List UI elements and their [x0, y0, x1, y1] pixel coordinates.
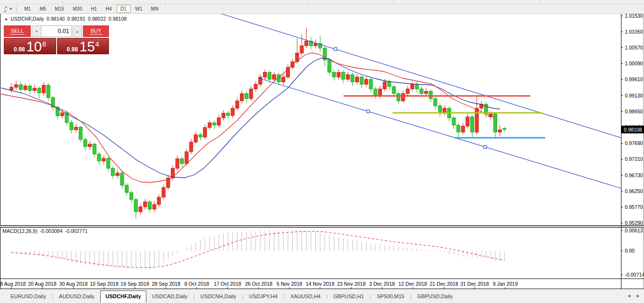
svg-text:0.96730: 0.96730 — [625, 172, 643, 178]
sell-price-display[interactable]: 0.98 10 8 — [4, 38, 56, 54]
tab-scroll-left-icon[interactable]: ◄ — [627, 293, 631, 298]
svg-text:0.96250: 0.96250 — [625, 188, 643, 194]
svg-text:8 Oct 2018: 8 Oct 2018 — [184, 281, 209, 287]
svg-text:19 Sep 2018: 19 Sep 2018 — [120, 281, 149, 287]
chart-tab-xauusd-h4[interactable]: XAUUSD,H4 — [285, 291, 326, 302]
toolbar-separator — [307, 0, 308, 3]
volume-input[interactable] — [41, 25, 72, 37]
timeframe-button-m30[interactable]: M30 — [69, 5, 86, 13]
chart-title: ▲ USDCHF,Daily 0.98140 0.98191 0.98022 0… — [4, 16, 127, 22]
chart-tab-gbpusd-h1[interactable]: GBPUSD,H1 — [328, 291, 370, 302]
sell-button[interactable]: SELL — [4, 25, 31, 37]
svg-text:9 Jan 2019: 9 Jan 2019 — [493, 281, 518, 287]
buy-price-display[interactable]: 0.98 15 4 — [57, 38, 109, 54]
current-price-tag: 0.98108 — [621, 126, 644, 133]
buy-price-prefix: 0.98 — [67, 46, 78, 53]
svg-text:-0.007142: -0.007142 — [625, 272, 644, 278]
ohlc-low: 0.98022 — [88, 16, 106, 22]
toolbar-separator — [539, 0, 540, 3]
timeframe-button-d1[interactable]: D1 — [117, 5, 131, 13]
chart-tab-audusd-daily[interactable]: AUDUSD,Daily — [53, 291, 100, 302]
chart-tab-usdcnh-daily[interactable]: USDCNH,Daily — [195, 291, 242, 302]
svg-text:21 Dec 2018: 21 Dec 2018 — [429, 281, 458, 287]
svg-text:0.00: 0.00 — [625, 248, 635, 254]
svg-text:14 Nov 2018: 14 Nov 2018 — [306, 281, 334, 287]
macd-indicator-label: MACD(12,26,9) -0.003084 -0.002771 — [2, 228, 88, 234]
timeframe-button-w1[interactable]: W1 — [131, 5, 146, 13]
toolbar-separator — [394, 0, 394, 3]
svg-text:0.95770: 0.95770 — [625, 204, 643, 210]
svg-text:26 Oct 2018: 26 Oct 2018 — [245, 281, 272, 287]
ohlc-close: 0.98108 — [108, 16, 127, 22]
svg-text:0.99610: 0.99610 — [625, 76, 643, 82]
chevron-down-icon[interactable]: ▼ — [9, 7, 13, 11]
timeframe-button-m1[interactable]: M1 — [20, 5, 35, 13]
chart-tab-sp500-m15[interactable]: SP500,M15 — [371, 291, 410, 302]
svg-text:5 Nov 2018: 5 Nov 2018 — [276, 281, 302, 287]
sell-price-prefix: 0.98 — [14, 46, 25, 53]
macd-value-2: -0.002771 — [65, 228, 87, 234]
timeframe-button-m5[interactable]: M5 — [36, 5, 50, 13]
svg-text:0.98108: 0.98108 — [624, 127, 642, 133]
svg-text:31 Dec 2018: 31 Dec 2018 — [460, 281, 489, 287]
ohlc-high: 0.98191 — [67, 16, 85, 22]
svg-text:0.98650: 0.98650 — [625, 109, 643, 114]
svg-text:1.00090: 1.00090 — [625, 61, 643, 66]
svg-text:23 Nov 2018: 23 Nov 2018 — [337, 281, 366, 287]
volume-decrease-button[interactable]: ▼ — [32, 25, 41, 37]
ohlc-open: 0.98140 — [47, 16, 65, 22]
svg-text:1.00570: 1.00570 — [625, 45, 643, 50]
svg-text:3 Dec 2018: 3 Dec 2018 — [369, 281, 395, 287]
collapse-arrow-icon[interactable]: ▲ — [4, 17, 8, 21]
chart-tab-usdchf-daily[interactable]: USDCHF,Daily — [100, 291, 146, 303]
timeframe-button-h4[interactable]: H4 — [102, 5, 116, 13]
chart-tab-gbpusd-daily[interactable]: GBPUSD,Daily — [412, 291, 459, 302]
svg-text:0.99130: 0.99130 — [625, 93, 643, 98]
chart-tab-usdjpy-h4[interactable]: USDJPY,H4 — [243, 291, 283, 302]
macd-value-1: -0.003084 — [40, 228, 62, 234]
svg-text:0.006137: 0.006137 — [625, 228, 644, 233]
macd-name: MACD(12,26,9) — [2, 228, 37, 234]
svg-text:17 Oct 2018: 17 Oct 2018 — [214, 281, 241, 287]
volume-increase-button[interactable]: ▲ — [72, 25, 82, 37]
toolbar-grip[interactable] — [16, 6, 17, 12]
svg-text:8 Aug 2018: 8 Aug 2018 — [0, 281, 25, 287]
mt4-window: ↗ ↙ ▼ M1M5M15M30H1H4D1W1MN 1.015301.0105… — [0, 0, 644, 303]
toolbar-separator — [62, 0, 63, 3]
arrow-sw-icon: ↙ — [4, 9, 8, 12]
svg-text:12 Dec 2018: 12 Dec 2018 — [398, 281, 427, 287]
chart-tab-eurusd-daily[interactable]: EURUSD,Daily — [5, 291, 52, 302]
buy-button[interactable]: BUY — [83, 25, 109, 37]
timeframe-button-m15[interactable]: M15 — [51, 5, 68, 13]
toolbar-separator — [165, 0, 166, 3]
buy-price-pip: 4 — [95, 41, 99, 47]
chart-tab-usdcad-daily[interactable]: USDCAD,Daily — [146, 291, 193, 302]
one-click-trading-panel: SELL ▼ ▲ BUY 0.98 10 8 0.98 15 4 — [4, 25, 109, 54]
timeframe-toolbar: ↗ ↙ ▼ M1M5M15M30H1H4D1W1MN — [0, 4, 644, 14]
svg-text:1.01050: 1.01050 — [625, 29, 643, 35]
svg-text:20 Aug 2018: 20 Aug 2018 — [28, 281, 57, 287]
spinner-up-icon: ▲ — [75, 30, 79, 33]
sell-price-main: 10 — [26, 40, 42, 53]
chart-symbol-label: USDCHF,Daily — [11, 16, 44, 22]
charts-tool-icon[interactable]: ↗ ↙ — [4, 5, 8, 13]
svg-text:0.97210: 0.97210 — [625, 156, 643, 162]
timeframe-button-mn[interactable]: MN — [147, 5, 163, 13]
toolbar-separator — [474, 0, 475, 3]
sell-price-pip: 8 — [42, 41, 46, 47]
svg-text:0.95290: 0.95290 — [625, 220, 643, 226]
tab-scroll-right-icon[interactable]: ► — [636, 293, 640, 298]
svg-text:10 Sep 2018: 10 Sep 2018 — [90, 281, 119, 287]
svg-text:30 Aug 2018: 30 Aug 2018 — [60, 281, 88, 287]
svg-text:28 Sep 2018: 28 Sep 2018 — [152, 281, 180, 287]
buy-price-main: 15 — [79, 40, 95, 53]
spinner-down-icon: ▼ — [35, 30, 38, 33]
svg-text:0.97690: 0.97690 — [625, 140, 643, 146]
timeframe-button-h1[interactable]: H1 — [87, 5, 101, 13]
chart-tab-bar: EURUSD,Daily|AUDUSD,DailyUSDCHF,DailyUSD… — [0, 290, 644, 303]
upper-toolbar-sliver — [0, 0, 644, 4]
